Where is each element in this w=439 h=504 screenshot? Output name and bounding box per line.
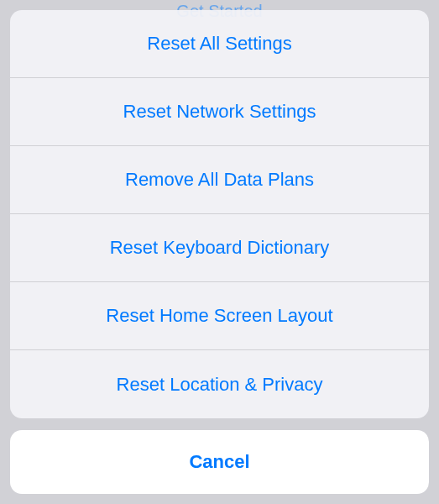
reset-location-privacy-button[interactable]: Reset Location & Privacy	[10, 350, 429, 418]
cancel-label: Cancel	[189, 451, 249, 473]
action-label: Reset Network Settings	[123, 101, 316, 123]
reset-network-settings-button[interactable]: Reset Network Settings	[10, 78, 429, 146]
reset-home-screen-layout-button[interactable]: Reset Home Screen Layout	[10, 282, 429, 350]
action-label: Remove All Data Plans	[125, 169, 314, 191]
cancel-button[interactable]: Cancel	[10, 430, 429, 494]
reset-all-settings-button[interactable]: Reset All Settings	[10, 10, 429, 78]
reset-keyboard-dictionary-button[interactable]: Reset Keyboard Dictionary	[10, 214, 429, 282]
action-label: Reset Home Screen Layout	[106, 305, 332, 327]
remove-all-data-plans-button[interactable]: Remove All Data Plans	[10, 146, 429, 214]
action-label: Reset All Settings	[147, 33, 291, 55]
action-label: Reset Location & Privacy	[117, 374, 323, 396]
action-label: Reset Keyboard Dictionary	[110, 237, 330, 259]
reset-action-sheet: Reset All Settings Reset Network Setting…	[10, 10, 429, 418]
